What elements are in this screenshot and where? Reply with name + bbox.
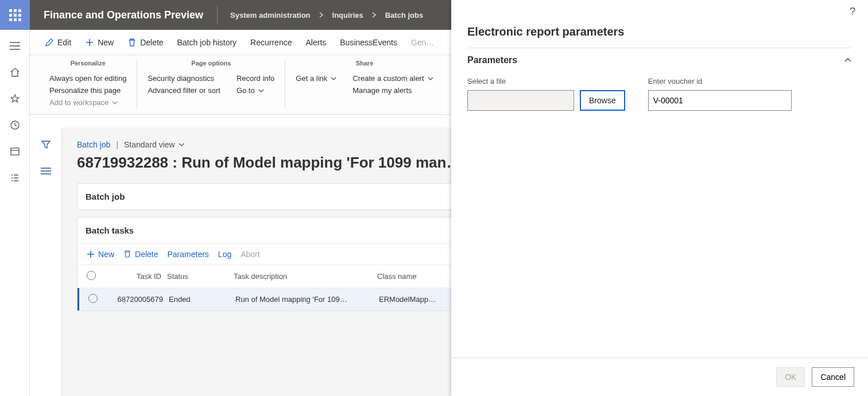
svg-rect-1 bbox=[11, 148, 19, 155]
business-events-button[interactable]: BusinessEvents bbox=[333, 38, 404, 47]
workspace-icon[interactable] bbox=[3, 140, 26, 163]
group-page-options-title: Page options bbox=[148, 60, 274, 67]
help-icon[interactable]: ? bbox=[850, 6, 855, 18]
left-nav-rail bbox=[0, 30, 30, 396]
chevron-right-icon bbox=[319, 12, 324, 18]
hamburger-icon[interactable] bbox=[3, 34, 26, 57]
select-file-label: Select a file bbox=[467, 77, 625, 86]
cell-task-description: Run of Model mapping 'For 109… bbox=[235, 295, 379, 304]
batch-job-history-button[interactable]: Batch job history bbox=[170, 38, 244, 47]
app-title: Finance and Operations Preview bbox=[30, 0, 217, 30]
go-to[interactable]: Go to bbox=[237, 84, 274, 96]
browse-button[interactable]: Browse bbox=[580, 90, 625, 111]
chevron-down-icon bbox=[428, 76, 433, 81]
chevron-down-icon bbox=[179, 142, 184, 147]
tasks-parameters-button[interactable]: Parameters bbox=[167, 250, 208, 259]
alerts-button[interactable]: Alerts bbox=[299, 38, 333, 47]
breadcrumb-item-batchjobs[interactable]: Batch jobs bbox=[385, 11, 423, 20]
select-all-radio[interactable] bbox=[87, 271, 96, 280]
advanced-filter[interactable]: Advanced filter or sort bbox=[148, 84, 220, 96]
chevron-down-icon bbox=[258, 88, 264, 94]
recurrence-button[interactable]: Recurrence bbox=[243, 38, 299, 47]
always-open-editing[interactable]: Always open for editing bbox=[49, 72, 126, 84]
trash-icon bbox=[123, 250, 131, 258]
parameters-section-toggle[interactable]: Parameters bbox=[467, 55, 852, 65]
batch-job-link[interactable]: Batch job bbox=[77, 140, 110, 149]
plus-icon bbox=[87, 250, 95, 258]
side-filter-rail bbox=[30, 127, 62, 396]
group-personalize-title: Personalize bbox=[49, 60, 126, 67]
security-diagnostics[interactable]: Security diagnostics bbox=[148, 72, 220, 84]
chevron-down-icon bbox=[112, 100, 118, 106]
breadcrumb: System administration Inquiries Batch jo… bbox=[218, 0, 423, 30]
modules-icon[interactable] bbox=[3, 166, 26, 189]
tasks-new-button[interactable]: New bbox=[87, 250, 114, 259]
record-info[interactable]: Record info bbox=[237, 72, 274, 84]
tasks-abort-button: Abort bbox=[241, 250, 259, 259]
col-status[interactable]: Status bbox=[167, 272, 234, 281]
tasks-log-button[interactable]: Log bbox=[218, 250, 231, 259]
tasks-delete-button[interactable]: Delete bbox=[123, 250, 158, 259]
home-icon[interactable] bbox=[3, 61, 26, 84]
delete-button[interactable]: Delete bbox=[121, 38, 170, 47]
related-info-icon[interactable] bbox=[37, 162, 55, 180]
group-share-title: Share bbox=[296, 60, 433, 67]
filter-icon[interactable] bbox=[37, 135, 55, 154]
breadcrumb-item-inquiries[interactable]: Inquiries bbox=[332, 11, 363, 20]
edit-button[interactable]: Edit bbox=[38, 38, 78, 47]
col-task-id[interactable]: Task ID bbox=[110, 272, 167, 281]
chevron-down-icon bbox=[331, 76, 336, 81]
col-task-description[interactable]: Task description bbox=[234, 272, 377, 281]
add-to-workspace[interactable]: Add to workspace bbox=[49, 96, 126, 108]
row-select-radio[interactable] bbox=[88, 294, 98, 303]
new-button[interactable]: New bbox=[78, 38, 121, 47]
breadcrumb-item-sysadmin[interactable]: System administration bbox=[230, 11, 310, 20]
cell-task-id: 68720005679 bbox=[111, 295, 169, 304]
chevron-right-icon bbox=[371, 12, 377, 18]
chevron-up-icon bbox=[844, 56, 852, 64]
cell-status: Ended bbox=[169, 295, 235, 304]
pipe-separator: | bbox=[116, 140, 118, 149]
view-selector[interactable]: Standard view bbox=[124, 140, 184, 149]
select-file-input[interactable] bbox=[467, 90, 574, 111]
gen-button[interactable]: Gen… bbox=[404, 38, 441, 47]
get-a-link[interactable]: Get a link bbox=[296, 72, 336, 84]
star-icon[interactable] bbox=[3, 87, 26, 110]
panel-title: Electronic report parameters bbox=[451, 23, 868, 48]
manage-my-alerts[interactable]: Manage my alerts bbox=[352, 84, 433, 96]
voucher-id-label: Enter voucher id bbox=[648, 77, 792, 86]
cancel-button[interactable]: Cancel bbox=[812, 367, 854, 387]
create-custom-alert[interactable]: Create a custom alert bbox=[352, 72, 433, 84]
voucher-id-input[interactable] bbox=[648, 90, 792, 111]
personalize-this-page[interactable]: Personalize this page bbox=[49, 84, 126, 96]
recent-icon[interactable] bbox=[3, 114, 26, 137]
ok-button: OK bbox=[776, 367, 805, 387]
waffle-icon bbox=[9, 9, 21, 21]
electronic-report-parameters-panel: ? Electronic report parameters Parameter… bbox=[451, 0, 868, 396]
app-launcher-button[interactable] bbox=[0, 0, 30, 30]
